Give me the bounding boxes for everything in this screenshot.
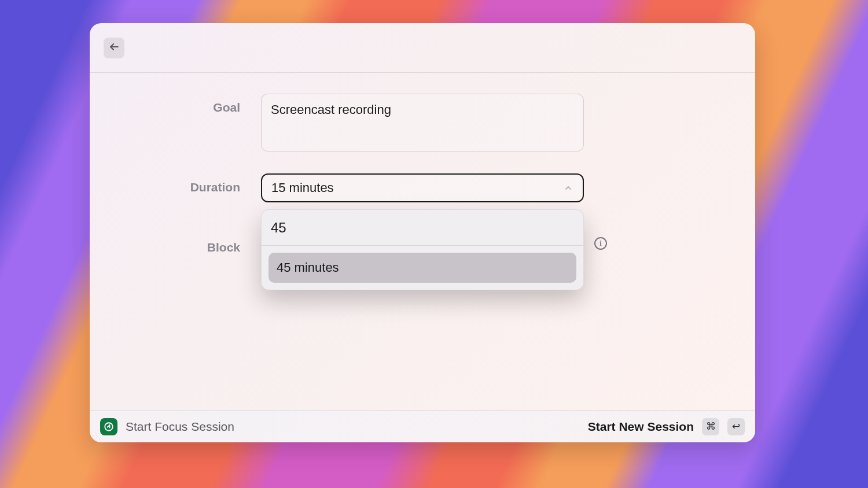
footer-app-title: Start Focus Session — [126, 420, 234, 434]
focus-session-panel: Goal Duration 15 minutes — [90, 23, 755, 442]
chevron-up-icon — [563, 183, 573, 193]
duration-search-input[interactable] — [271, 220, 574, 236]
panel-footer: Start Focus Session Start New Session ⌘ … — [90, 410, 755, 442]
duration-row: Duration 15 minutes 45 mi — [124, 173, 720, 202]
duration-option[interactable]: 45 minutes — [269, 253, 576, 283]
shortcut-enter-key: ↩ — [727, 418, 745, 435]
duration-dropdown: 45 minutes — [261, 209, 584, 290]
goal-label: Goal — [124, 94, 261, 114]
footer-left: Start Focus Session — [100, 418, 234, 435]
start-new-session-button[interactable]: Start New Session — [588, 420, 694, 434]
app-icon — [100, 418, 117, 435]
duration-selected-value: 15 minutes — [271, 180, 334, 195]
duration-options: 45 minutes — [262, 246, 583, 290]
svg-point-1 — [105, 423, 113, 431]
duration-search-wrap — [262, 210, 583, 246]
panel-header — [90, 23, 755, 73]
duration-combobox[interactable]: 15 minutes — [261, 173, 584, 202]
panel-body: Goal Duration 15 minutes — [90, 73, 755, 410]
duration-label: Duration — [124, 173, 261, 194]
shortcut-modifier-key: ⌘ — [702, 418, 719, 435]
goal-row: Goal — [124, 94, 720, 151]
back-button[interactable] — [104, 38, 124, 58]
arrow-left-icon — [108, 41, 120, 55]
footer-right: Start New Session ⌘ ↩ — [588, 418, 745, 435]
block-label: Block — [124, 224, 261, 254]
goal-input[interactable] — [261, 94, 584, 151]
info-icon[interactable]: i — [594, 237, 607, 250]
